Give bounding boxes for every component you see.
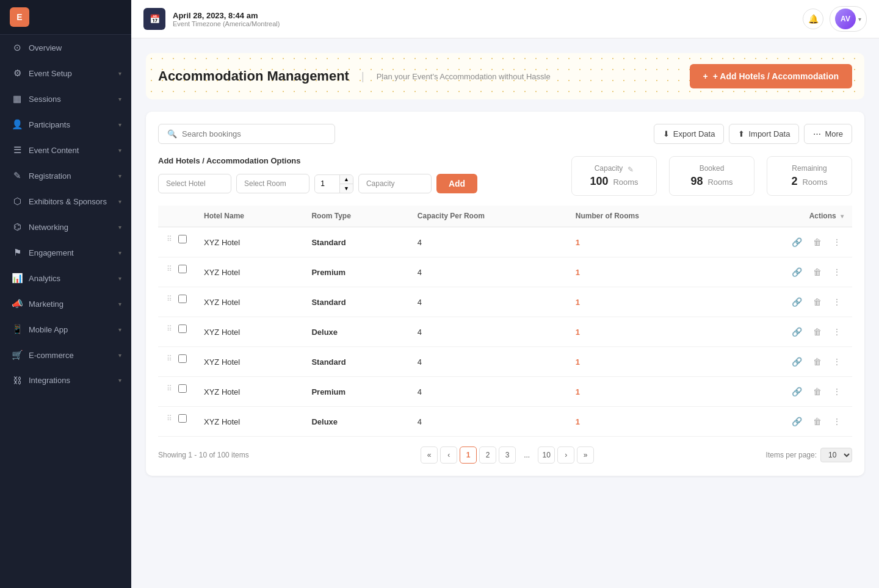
topbar-left: 📅 April 28, 2023, 8:44 am Event Timezone…: [143, 8, 280, 30]
sidebar-item-registration[interactable]: ✎ Registration ▾: [0, 163, 131, 188]
delete-icon[interactable]: 🗑: [811, 324, 824, 339]
drag-icon[interactable]: ⠿: [167, 414, 172, 423]
participants-icon: 👤: [12, 119, 23, 130]
search-input[interactable]: [182, 129, 326, 138]
sidebar-item-exhibitors-sponsors[interactable]: ⬡ Exhibitors & Sponsors ▾: [0, 188, 131, 214]
drag-icon[interactable]: ⠿: [167, 384, 172, 393]
delete-icon[interactable]: 🗑: [811, 235, 824, 249]
page-subtitle: Plan your Event's Accommodation without …: [377, 72, 551, 81]
delete-icon[interactable]: 🗑: [811, 265, 824, 279]
sidebar-item-engagement[interactable]: ⚑ Engagement ▾: [0, 240, 131, 265]
sidebar-item-analytics[interactable]: 📊 Analytics ▾: [0, 265, 131, 291]
sidebar-item-event-content[interactable]: ☰ Event Content ▾: [0, 137, 131, 163]
row-checkbox[interactable]: [178, 295, 187, 303]
more-options-icon[interactable]: ⋮: [830, 295, 844, 309]
pagination-last-button[interactable]: »: [577, 446, 594, 464]
select-room-dropdown[interactable]: Select Room: [236, 174, 309, 193]
chevron-down-icon: ▾: [118, 352, 121, 359]
link-icon[interactable]: 🔗: [789, 324, 805, 339]
delete-icon[interactable]: 🗑: [811, 414, 824, 429]
row-checkbox[interactable]: [178, 354, 187, 363]
row-drag-handle: ⠿: [158, 347, 195, 370]
sidebar-item-networking[interactable]: ⌬ Networking ▾: [0, 214, 131, 240]
cell-rooms: 1: [567, 377, 718, 407]
link-icon[interactable]: 🔗: [789, 414, 805, 429]
row-checkbox[interactable]: [178, 235, 187, 243]
delete-icon[interactable]: 🗑: [811, 295, 824, 309]
link-icon[interactable]: 🔗: [789, 265, 805, 279]
table-row: ⠿ XYZ Hotel Standard 4 1 🔗 🗑 ⋮: [158, 347, 852, 377]
pagination-prev-button[interactable]: ‹: [440, 446, 457, 464]
user-avatar-button[interactable]: AV ▾: [830, 6, 867, 32]
pagination-page-10[interactable]: 10: [538, 446, 555, 464]
select-hotel-dropdown[interactable]: Select Hotel: [158, 174, 231, 193]
drag-icon[interactable]: ⠿: [167, 324, 172, 333]
sidebar-item-overview[interactable]: ⊙ Overview: [0, 35, 131, 60]
more-options-icon[interactable]: ⋮: [830, 414, 844, 429]
link-icon[interactable]: 🔗: [789, 235, 805, 249]
sidebar-item-event-setup[interactable]: ⚙ Event Setup ▾: [0, 60, 131, 86]
import-icon: ⬆: [738, 129, 745, 138]
drag-icon[interactable]: ⠿: [167, 235, 172, 243]
content-area: Accommodation Management | Plan your Eve…: [131, 38, 879, 588]
more-button[interactable]: ⋯ More: [804, 124, 852, 144]
pagination-page-2[interactable]: 2: [479, 446, 496, 464]
pagination-next-button[interactable]: ›: [557, 446, 574, 464]
add-row-button[interactable]: Add: [436, 174, 477, 193]
drag-icon[interactable]: ⠿: [167, 354, 172, 363]
col-actions: Actions ▾: [718, 206, 852, 227]
cell-room-type: Standard: [303, 227, 408, 257]
import-data-button[interactable]: ⬆ Import Data: [729, 124, 799, 144]
stats-area: Capacity ✎ 100 Rooms Booked 98 Rooms: [565, 156, 852, 196]
sidebar-item-integrations[interactable]: ⛓ Integrations ▾: [0, 368, 131, 393]
export-data-button[interactable]: ⬇ Export Data: [654, 124, 725, 144]
cell-actions: 🔗 🗑 ⋮: [718, 407, 852, 437]
row-checkbox[interactable]: [178, 324, 187, 333]
row-checkbox[interactable]: [178, 265, 187, 273]
sidebar-item-mobile-app[interactable]: 📱 Mobile App ▾: [0, 317, 131, 342]
items-per-page-select[interactable]: 10 25 50: [820, 448, 852, 462]
topbar-datetime: April 28, 2023, 8:44 am Event Timezone (…: [173, 11, 280, 27]
cell-actions: 🔗 🗑 ⋮: [718, 347, 852, 377]
more-options-icon[interactable]: ⋮: [830, 384, 844, 399]
event-content-icon: ☰: [12, 145, 23, 156]
more-options-icon[interactable]: ⋮: [830, 235, 844, 249]
delete-icon[interactable]: 🗑: [811, 354, 824, 369]
decrement-button[interactable]: ▼: [340, 184, 353, 193]
row-checkbox[interactable]: [178, 384, 187, 393]
cell-actions: 🔗 🗑 ⋮: [718, 317, 852, 347]
pagination-page-1[interactable]: 1: [460, 446, 477, 464]
cell-actions: 🔗 🗑 ⋮: [718, 287, 852, 317]
items-per-page-label: Items per page:: [766, 451, 817, 459]
page-header: Accommodation Management | Plan your Eve…: [146, 53, 864, 99]
edit-icon[interactable]: ✎: [628, 165, 634, 174]
drag-icon[interactable]: ⠿: [167, 295, 172, 303]
quantity-stepper[interactable]: ▲ ▼: [314, 174, 353, 193]
more-options-icon[interactable]: ⋮: [830, 265, 844, 279]
chevron-down-icon: ▾: [118, 121, 121, 128]
increment-button[interactable]: ▲: [340, 175, 353, 184]
pagination-first-button[interactable]: «: [421, 446, 438, 464]
add-hotel-button[interactable]: + + Add Hotels / Accommodation: [690, 64, 852, 88]
sidebar-item-participants[interactable]: 👤 Participants ▾: [0, 112, 131, 137]
quantity-input[interactable]: [315, 176, 339, 192]
link-icon[interactable]: 🔗: [789, 354, 805, 369]
drag-icon[interactable]: ⠿: [167, 265, 172, 273]
calendar-icon: 📅: [143, 8, 165, 30]
sidebar-label-engagement: Engagement: [29, 248, 112, 257]
link-icon[interactable]: 🔗: [789, 295, 805, 309]
capacity-dropdown[interactable]: Capacity: [358, 174, 432, 193]
more-options-icon[interactable]: ⋮: [830, 354, 844, 369]
pagination-page-3[interactable]: 3: [499, 446, 516, 464]
notification-bell-button[interactable]: 🔔: [803, 9, 823, 29]
sidebar-item-marketing[interactable]: 📣 Marketing ▾: [0, 291, 131, 317]
link-icon[interactable]: 🔗: [789, 384, 805, 399]
sidebar-item-sessions[interactable]: ▦ Sessions ▾: [0, 86, 131, 112]
more-options-icon[interactable]: ⋮: [830, 324, 844, 339]
sidebar-item-ecommerce[interactable]: 🛒 E-commerce ▾: [0, 342, 131, 368]
cell-rooms: 1: [567, 257, 718, 287]
row-checkbox[interactable]: [178, 414, 187, 423]
delete-icon[interactable]: 🗑: [811, 384, 824, 399]
search-icon: 🔍: [167, 129, 177, 138]
cell-capacity: 4: [409, 317, 567, 347]
